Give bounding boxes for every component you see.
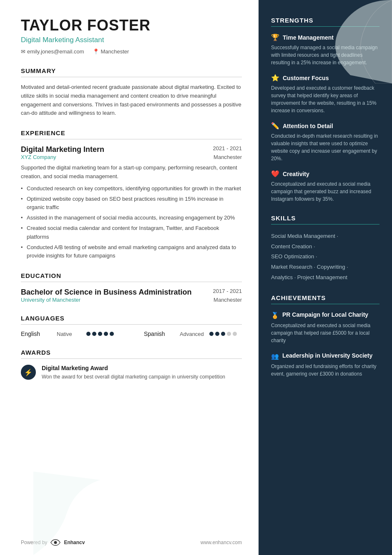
strength-name: Time Management: [283, 34, 334, 41]
dot: [209, 332, 214, 336]
location-icon: 📍: [93, 48, 99, 55]
experience-section: EXPERIENCE Digital Marketing Intern 2021…: [21, 129, 242, 260]
strength-header: 🏆 Time Management: [271, 33, 379, 41]
skills-title: SKILLS: [271, 214, 379, 225]
heart-icon: ❤️: [271, 170, 279, 178]
award-title: Digital Marketing Award: [42, 365, 225, 371]
languages-row: English Native Spanish Advanced: [21, 330, 242, 337]
summary-section: SUMMARY Motivated and detail-oriented re…: [21, 67, 242, 118]
exp-bullets: Conducted research on key competitors, i…: [21, 184, 242, 260]
lang-spanish-level: Advanced: [180, 331, 203, 337]
edu-location: Manchester: [214, 297, 242, 303]
dot: [233, 332, 237, 336]
achievement-pr-campaign: 🏅 PR Campaign for Local Charity Conceptu…: [271, 311, 379, 344]
left-column: TAYLOR FOSTER Digital Marketing Assistan…: [0, 0, 259, 555]
powered-by-text: Powered by: [21, 540, 47, 545]
summary-text: Motivated and detail-oriented recent gra…: [21, 83, 242, 118]
skill-line-5: Analytics · Project Management: [271, 272, 379, 283]
exp-header: Digital Marketing Intern 2021 - 2021: [21, 145, 242, 154]
bullet-5: Conducted A/B testing of website and ema…: [21, 243, 242, 261]
strength-customer-focus: ⭐ Customer Focus Developed and executed …: [271, 74, 379, 114]
strength-name: Attention to Detail: [283, 123, 333, 129]
awards-section: AWARDS ⚡ Digital Marketing Award Won the…: [21, 349, 242, 381]
strength-description: Conceptualized and executed a social med…: [271, 180, 379, 203]
strengths-title: STRENGTHS: [271, 17, 379, 27]
strength-attention-detail: ✏️ Attention to Detail Conducted in-dept…: [271, 122, 379, 162]
bullet-4: Created social media calendar and conten…: [21, 224, 242, 242]
edu-header: Bachelor of Science in Business Administ…: [21, 288, 242, 297]
location-contact: 📍 Manchester: [93, 48, 129, 55]
strength-name: Customer Focus: [283, 75, 329, 81]
contact-info: ✉ emily.jones@email.com 📍 Manchester: [21, 48, 242, 55]
email-icon: ✉: [21, 48, 25, 55]
skill-line-1: Social Media Management ·: [271, 231, 379, 242]
exp-date: 2021 - 2021: [213, 145, 242, 151]
skills-section: SKILLS Social Media Management · Content…: [271, 214, 379, 283]
education-title: EDUCATION: [21, 272, 242, 282]
achievement-header: 👥 Leadership in University Society: [271, 352, 379, 360]
achievements-section: ACHIEVEMENTS 🏅 PR Campaign for Local Cha…: [271, 294, 379, 378]
strength-header: ❤️ Creativity: [271, 170, 379, 178]
exp-location: Manchester: [214, 154, 242, 160]
skill-line-3: SEO Optimization ·: [271, 252, 379, 262]
bullet-1: Conducted research on key competitors, i…: [21, 184, 242, 193]
people-icon: 👥: [271, 353, 279, 360]
resume-container: TAYLOR FOSTER Digital Marketing Assistan…: [0, 0, 392, 555]
award-icon: ⚡: [21, 365, 36, 380]
strengths-section: STRENGTHS 🏆 Time Management Successfully…: [271, 17, 379, 203]
edu-school: University of Manchester: [21, 297, 80, 303]
achievement-description: Organized and led fundraising efforts fo…: [271, 363, 379, 378]
exp-role: Digital Marketing Intern: [21, 145, 104, 154]
award-item: ⚡ Digital Marketing Award Won the award …: [21, 365, 242, 381]
lang-english-name: English: [21, 330, 50, 337]
strength-header: ⭐ Customer Focus: [271, 74, 379, 82]
strength-description: Developed and executed a customer feedba…: [271, 84, 379, 114]
skills-list: Social Media Management · Content Creati…: [271, 231, 379, 283]
edu-sub: University of Manchester Manchester: [21, 297, 242, 303]
enhancv-logo-icon: [50, 538, 61, 547]
strength-description: Successfully managed a social media camp…: [271, 44, 379, 66]
right-column: STRENGTHS 🏆 Time Management Successfully…: [259, 0, 392, 555]
strength-name: Creativity: [283, 171, 309, 177]
footer: Powered by Enhancv www.enhancv.com: [21, 538, 242, 547]
award-content: Digital Marketing Award Won the award fo…: [42, 365, 225, 381]
trophy-icon: 🏆: [271, 33, 279, 41]
award-description: Won the award for best overall digital m…: [42, 373, 225, 381]
achievements-title: ACHIEVEMENTS: [271, 294, 379, 304]
footer-logo: Powered by Enhancv: [21, 538, 85, 547]
achievement-name: PR Campaign for Local Charity: [282, 311, 368, 318]
candidate-title: Digital Marketing Assistant: [21, 36, 242, 44]
bullet-3: Assisted in the management of social med…: [21, 214, 242, 222]
exp-description: Supported the digital marketing team for…: [21, 164, 242, 181]
languages-section: LANGUAGES English Native Spanish Advance…: [21, 315, 242, 337]
achievement-name: Leadership in University Society: [282, 352, 372, 359]
dot: [110, 332, 114, 336]
lang-english-level: Native: [57, 331, 80, 337]
strength-creativity: ❤️ Creativity Conceptualized and execute…: [271, 170, 379, 203]
summary-title: SUMMARY: [21, 67, 242, 77]
star-icon: ⭐: [271, 74, 279, 82]
dot: [86, 332, 90, 336]
skill-line-2: Content Creation ·: [271, 242, 379, 252]
exp-company: XYZ Company: [21, 154, 56, 160]
languages-title: LANGUAGES: [21, 315, 242, 325]
achievement-description: Conceptualized and executed a social med…: [271, 322, 379, 344]
candidate-name: TAYLOR FOSTER: [21, 17, 242, 34]
achievement-header: 🏅 PR Campaign for Local Charity: [271, 311, 379, 319]
dot: [221, 332, 225, 336]
strength-description: Conducted in-depth market research resul…: [271, 132, 379, 162]
lang-spanish-dots: [209, 332, 237, 336]
dot: [215, 332, 219, 336]
svg-point-0: [54, 541, 57, 544]
dot: [92, 332, 96, 336]
edu-date: 2017 - 2021: [213, 288, 242, 294]
bullet-2: Optimized website copy based on SEO best…: [21, 195, 242, 212]
dot: [227, 332, 231, 336]
website: www.enhancv.com: [201, 540, 242, 545]
email-contact: ✉ emily.jones@email.com: [21, 48, 84, 55]
lang-english-dots: [86, 332, 114, 336]
header: TAYLOR FOSTER Digital Marketing Assistan…: [21, 17, 242, 55]
edu-degree: Bachelor of Science in Business Administ…: [21, 288, 191, 297]
lang-spanish-name: Spanish: [144, 330, 173, 337]
strength-time-management: 🏆 Time Management Successfully managed a…: [271, 33, 379, 66]
